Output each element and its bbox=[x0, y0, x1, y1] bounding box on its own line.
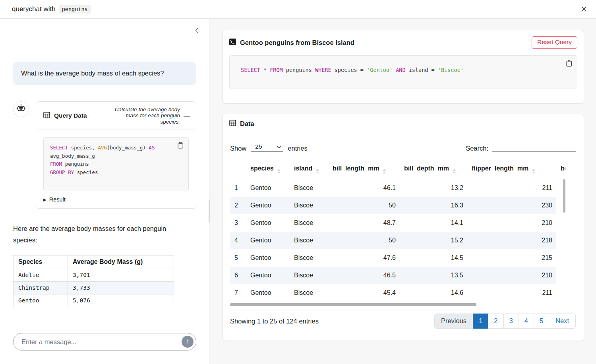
page-button-1[interactable]: 1 bbox=[473, 314, 488, 329]
answer-table-body: Adelie3,701Chinstrap3,733Gentoo5,076 bbox=[14, 269, 174, 307]
page-button-5[interactable]: 5 bbox=[534, 314, 549, 329]
robot-icon bbox=[16, 104, 26, 115]
search-label: Search: bbox=[466, 145, 488, 152]
data-card: Data Show 25 entries Search: bbox=[223, 114, 584, 341]
table-row: 1GentooBiscoe46.113.2211 bbox=[230, 179, 565, 197]
table-row: 3GentooBiscoe48.714.1210 bbox=[230, 214, 565, 232]
send-button[interactable]: ↑ bbox=[182, 336, 194, 348]
column-header-island[interactable]: island bbox=[290, 160, 328, 179]
horizontal-scrollbar[interactable] bbox=[230, 303, 476, 306]
table-footer: Showing 1 to 25 of 124 entries Previous1… bbox=[223, 307, 584, 339]
sort-arrows-icon bbox=[383, 169, 386, 174]
table-controls: Show 25 entries Search: bbox=[223, 134, 584, 155]
terminal-icon bbox=[229, 39, 236, 47]
sql-code-right: SELECT * FROM penguins WHERE species = '… bbox=[241, 67, 464, 73]
page-length-control: Show 25 entries bbox=[230, 143, 308, 152]
sidebar-resize-handle[interactable] bbox=[209, 199, 210, 223]
answer-table-header-row: SpeciesAverage Body Mass (g) bbox=[14, 256, 174, 269]
column-header-flipper_length_mm[interactable]: flipper_length_mm bbox=[467, 160, 556, 179]
tool-card-title: Query Data bbox=[43, 112, 87, 120]
answer-table-row: Gentoo5,076 bbox=[14, 294, 174, 307]
answer-column-header: Species bbox=[14, 256, 68, 269]
collapse-card-button[interactable]: — bbox=[184, 112, 190, 119]
assistant-answer-text: Here are the average body masses for eac… bbox=[13, 223, 176, 246]
page-length-select[interactable]: 25 bbox=[251, 143, 283, 152]
result-label: Result bbox=[49, 196, 66, 203]
column-header-index bbox=[230, 160, 246, 179]
pagination: Previous12345Next bbox=[434, 314, 576, 329]
chat-sidebar: What is the average body mass of each sp… bbox=[0, 19, 209, 364]
data-card-header: Data bbox=[223, 114, 584, 134]
chat-input-row: ↑ bbox=[13, 333, 196, 350]
main-panel: Gentoo penguins from Biscoe Island Reset… bbox=[209, 19, 596, 364]
column-header-species[interactable]: species bbox=[246, 160, 290, 179]
show-label: Show bbox=[230, 145, 246, 152]
titlebar: querychat with penguins ✕ bbox=[0, 0, 596, 19]
column-header-body_mass_g[interactable]: body_mass_g bbox=[556, 160, 565, 179]
page-button-3[interactable]: 3 bbox=[503, 314, 519, 329]
data-table: speciesislandbill_length_mmbill_depth_mm… bbox=[230, 160, 565, 302]
current-sql-block: SELECT * FROM penguins WHERE species = '… bbox=[229, 55, 577, 89]
bot-avatar bbox=[13, 101, 29, 117]
chevron-down-icon bbox=[277, 143, 281, 150]
sql-code-left: SELECT species, AVG(body_mass_g) ASavg_b… bbox=[50, 145, 155, 175]
page-title: querychat with penguins bbox=[12, 5, 91, 14]
query-card-title: Gentoo penguins from Biscoe Island bbox=[229, 39, 354, 47]
column-header-bill_depth_mm[interactable]: bill_depth_mm bbox=[400, 160, 467, 179]
tool-card-body: SELECT species, AVG(body_mass_g) ASavg_b… bbox=[36, 130, 196, 208]
sort-arrows-icon bbox=[532, 169, 535, 174]
close-icon[interactable]: ✕ bbox=[581, 5, 587, 13]
table-row: 5GentooBiscoe47.614.5215 bbox=[230, 249, 565, 267]
dataset-chip: penguins bbox=[59, 5, 91, 14]
next-button[interactable]: Next bbox=[549, 314, 576, 329]
page-button-4[interactable]: 4 bbox=[519, 314, 534, 329]
sort-arrows-icon bbox=[277, 169, 281, 174]
data-table-header-row: speciesislandbill_length_mmbill_depth_mm… bbox=[230, 160, 565, 179]
tool-card-title-text: Query Data bbox=[54, 112, 87, 119]
user-message: What is the average body mass of each sp… bbox=[13, 62, 196, 85]
assistant-message: Query Data Calculate the average body ma… bbox=[13, 101, 196, 209]
tool-card-header: Query Data Calculate the average body ma… bbox=[36, 102, 196, 130]
triangle-right-icon: ▶ bbox=[43, 197, 46, 202]
arrow-up-icon: ↑ bbox=[186, 337, 190, 345]
copy-icon[interactable] bbox=[565, 59, 573, 69]
app-title: querychat with bbox=[12, 5, 56, 13]
answer-table-row: Adelie3,701 bbox=[14, 269, 174, 282]
table-row: 4GentooBiscoe5015.2218 bbox=[230, 232, 565, 249]
chat-message-input[interactable] bbox=[13, 333, 196, 350]
page-button-2[interactable]: 2 bbox=[488, 314, 503, 329]
data-table-body: 1GentooBiscoe46.113.22112GentooBiscoe501… bbox=[230, 179, 565, 302]
sort-arrows-icon bbox=[316, 169, 319, 174]
page-length-value: 25 bbox=[255, 143, 262, 150]
collapse-sidebar-button[interactable] bbox=[193, 26, 201, 36]
current-query-card: Gentoo penguins from Biscoe Island Reset… bbox=[223, 30, 584, 104]
prev-button[interactable]: Previous bbox=[434, 314, 473, 329]
answer-column-header: Average Body Mass (g) bbox=[68, 256, 174, 269]
data-table-scroll-area: speciesislandbill_length_mmbill_depth_mm… bbox=[230, 160, 565, 307]
table-search-input[interactable] bbox=[492, 143, 576, 152]
entries-label: entries bbox=[288, 145, 308, 152]
answer-table: SpeciesAverage Body Mass (g) Adelie3,701… bbox=[13, 255, 174, 307]
table-row: 7GentooBiscoe45.414.6211 bbox=[230, 284, 565, 302]
chevron-left-icon bbox=[194, 29, 199, 35]
table-row: 2GentooBiscoe5016.3230 bbox=[230, 197, 565, 214]
table-row: 6GentooBiscoe46.513.5210 bbox=[230, 267, 565, 284]
sort-arrows-icon bbox=[453, 169, 456, 174]
tool-call-card: Query Data Calculate the average body ma… bbox=[36, 101, 196, 209]
copy-icon[interactable] bbox=[177, 141, 184, 151]
reset-query-button[interactable]: Reset Query bbox=[532, 36, 577, 49]
data-card-title-text: Data bbox=[240, 120, 254, 128]
answer-table-row: Chinstrap3,733 bbox=[14, 282, 174, 294]
query-card-title-text: Gentoo penguins from Biscoe Island bbox=[240, 39, 354, 46]
table-icon bbox=[229, 120, 236, 128]
tool-card-subtitle: Calculate the average body mass for each… bbox=[106, 106, 180, 125]
query-card-header: Gentoo penguins from Biscoe Island Reset… bbox=[229, 36, 577, 49]
result-disclosure[interactable]: ▶ Result bbox=[43, 196, 189, 203]
workspace: What is the average body mass of each sp… bbox=[0, 19, 596, 364]
table-info: Showing 1 to 25 of 124 entries bbox=[230, 318, 319, 325]
column-header-bill_length_mm[interactable]: bill_length_mm bbox=[328, 160, 400, 179]
table-search-control: Search: bbox=[466, 143, 576, 152]
vertical-scrollbar[interactable] bbox=[563, 179, 565, 213]
sql-code-block: SELECT species, AVG(body_mass_g) ASavg_b… bbox=[43, 137, 189, 191]
table-icon bbox=[43, 112, 50, 120]
